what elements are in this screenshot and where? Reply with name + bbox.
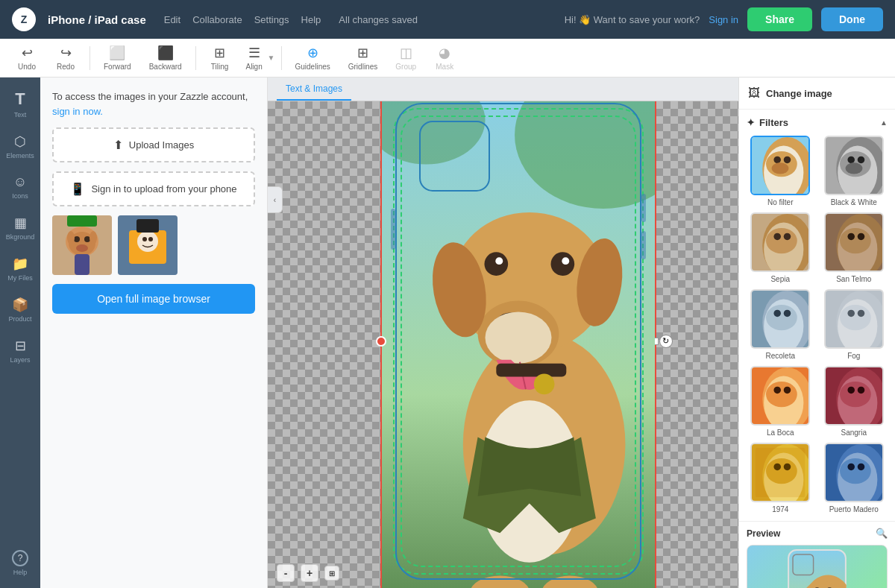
filter-thumb-sangria <box>824 366 884 426</box>
upload-icon: ⬆ <box>113 138 123 152</box>
svg-point-61 <box>858 233 865 241</box>
filter-bw[interactable]: Black & White <box>820 136 888 206</box>
svg-point-98 <box>858 464 865 471</box>
topbar-nav: Edit Collaborate Settings Help All chang… <box>164 14 418 25</box>
divider-2 <box>195 46 196 70</box>
my-files-label: My Files <box>7 274 33 282</box>
filter-name-sepia: Sepia <box>770 275 790 283</box>
nav-collaborate[interactable]: Collaborate <box>192 14 242 25</box>
nav-edit[interactable]: Edit <box>164 14 180 25</box>
sidebar-item-my-files[interactable]: 📁 My Files <box>2 250 38 288</box>
change-image-header: 🖼 Change image <box>739 78 895 110</box>
canvas-content: ↻ <box>327 116 709 566</box>
svg-point-13 <box>142 237 147 241</box>
done-button[interactable]: Done <box>821 7 883 31</box>
filter-fog[interactable]: Fog <box>820 289 888 360</box>
svg-point-27 <box>550 252 574 276</box>
sidebar-item-icons[interactable]: ☺ Icons <box>2 168 38 206</box>
canvas-boundary: ↻ <box>380 101 656 588</box>
sidebar-item-text[interactable]: T Text <box>2 83 38 124</box>
filters-chevron-icon[interactable]: ▲ <box>880 118 888 127</box>
filter-recoleta[interactable]: Recoleta <box>747 289 814 360</box>
forward-button[interactable]: ⬜ Forward <box>96 42 139 74</box>
filter-thumb-sepia <box>750 212 810 272</box>
svg-point-55 <box>784 233 791 241</box>
filter-sangria[interactable]: Sangria <box>820 366 888 437</box>
background-icon: ▦ <box>14 215 27 231</box>
filters-header: ✦ Filters ▲ <box>747 117 888 128</box>
nav-settings[interactable]: Settings <box>254 14 289 25</box>
filter-puerto-madero[interactable]: Puerto Madero <box>820 443 888 513</box>
svg-point-84 <box>847 387 855 394</box>
group-icon: ◫ <box>400 45 412 61</box>
zoom-slider-button[interactable]: ⊞ <box>324 566 339 581</box>
help-icon: ? <box>12 550 28 566</box>
page-title: iPhone / iPad case <box>48 13 146 26</box>
elements-label: Elements <box>6 152 34 159</box>
filter-la-boca[interactable]: La Boca <box>747 366 814 437</box>
nav-help[interactable]: Help <box>301 14 321 25</box>
gridlines-button[interactable]: ⊞ Gridlines <box>341 42 385 74</box>
logo[interactable]: Z <box>12 7 36 31</box>
tiling-label: Tiling <box>211 63 229 71</box>
svg-point-28 <box>495 257 503 265</box>
mask-button[interactable]: ◕ Mask <box>427 42 462 74</box>
canvas-viewport[interactable]: ↻ - + ⊞ <box>268 101 738 588</box>
tiling-button[interactable]: ⊞ Tiling <box>202 42 238 74</box>
upload-images-button[interactable]: ⬆ Upload Images <box>52 127 255 162</box>
canvas-tab-text-images[interactable]: Text & Images <box>277 78 351 101</box>
sidebar-item-layers[interactable]: ⊟ Layers <box>2 332 38 370</box>
filter-no-filter[interactable]: No filter <box>747 136 814 206</box>
rotate-handle[interactable]: ↻ <box>659 335 673 348</box>
sidebar-item-product[interactable]: 📦 Product <box>2 291 38 329</box>
filter-san-telmo[interactable]: San Telmo <box>820 212 888 283</box>
undo-icon: ↩ <box>22 45 33 61</box>
sidebar-item-help[interactable]: ? Help <box>2 544 38 582</box>
main-content: T Text ⬡ Elements ☺ Icons ▦ Bkground 📁 M… <box>0 78 895 588</box>
svg-rect-6 <box>75 254 90 275</box>
filters-label-group: ✦ Filters <box>747 117 788 128</box>
filter-sepia[interactable]: Sepia <box>747 212 814 283</box>
phone-upload-button[interactable]: 📱 Sign in to upload from your phone <box>52 171 255 206</box>
panel-collapse-button[interactable]: ‹ <box>268 186 283 213</box>
preview-zoom-icon[interactable]: 🔍 <box>876 528 888 539</box>
guidelines-button[interactable]: ⊕ Guidelines <box>288 42 338 74</box>
sidebar-item-elements[interactable]: ⬡ Elements <box>2 127 38 165</box>
mask-label: Mask <box>436 63 453 71</box>
filter-1974[interactable]: 1974 <box>747 443 814 513</box>
filters-title: Filters <box>759 117 788 128</box>
filter-thumb-bw <box>824 136 884 195</box>
align-dropdown-arrow[interactable]: ▼ <box>268 54 275 62</box>
dog-illustration <box>382 101 655 588</box>
redo-button[interactable]: ↪ Redo <box>48 42 84 74</box>
forward-label: Forward <box>104 63 131 71</box>
thumbnail-1[interactable] <box>52 215 112 275</box>
redo-label: Redo <box>57 63 75 71</box>
share-button[interactable]: Share <box>747 7 812 31</box>
backward-button[interactable]: ⬛ Backward <box>142 42 189 74</box>
undo-button[interactable]: ↩ Undo <box>9 42 45 74</box>
canvas-area: Text & Images <box>268 78 738 588</box>
sign-in-link[interactable]: Sign in <box>709 14 738 25</box>
filter-name-recoleta: Recoleta <box>766 352 795 360</box>
align-button[interactable]: ☰ Align <box>241 42 268 74</box>
background-label: Bkground <box>6 233 35 241</box>
mask-icon: ◕ <box>439 45 450 61</box>
group-button[interactable]: ◫ Group <box>388 42 424 74</box>
redo-icon: ↪ <box>60 45 72 61</box>
svg-rect-32 <box>496 363 566 376</box>
sign-in-now-link[interactable]: sign in now. <box>52 106 103 117</box>
left-panel: To access the images in your Zazzle acco… <box>40 78 268 588</box>
open-image-browser-button[interactable]: Open full image browser <box>52 284 255 314</box>
svg-point-12 <box>137 231 158 252</box>
sidebar-item-background[interactable]: ▦ Bkground <box>2 209 38 247</box>
zoom-out-button[interactable]: - <box>277 564 295 582</box>
left-sidebar: T Text ⬡ Elements ☺ Icons ▦ Bkground 📁 M… <box>0 78 40 588</box>
svg-point-53 <box>766 228 797 253</box>
svg-point-29 <box>562 257 569 265</box>
left-drag-handle[interactable] <box>376 336 386 347</box>
svg-point-7 <box>67 231 75 244</box>
zoom-in-button[interactable]: + <box>301 564 318 582</box>
thumbnail-2[interactable] <box>118 215 178 275</box>
svg-point-79 <box>784 387 791 394</box>
